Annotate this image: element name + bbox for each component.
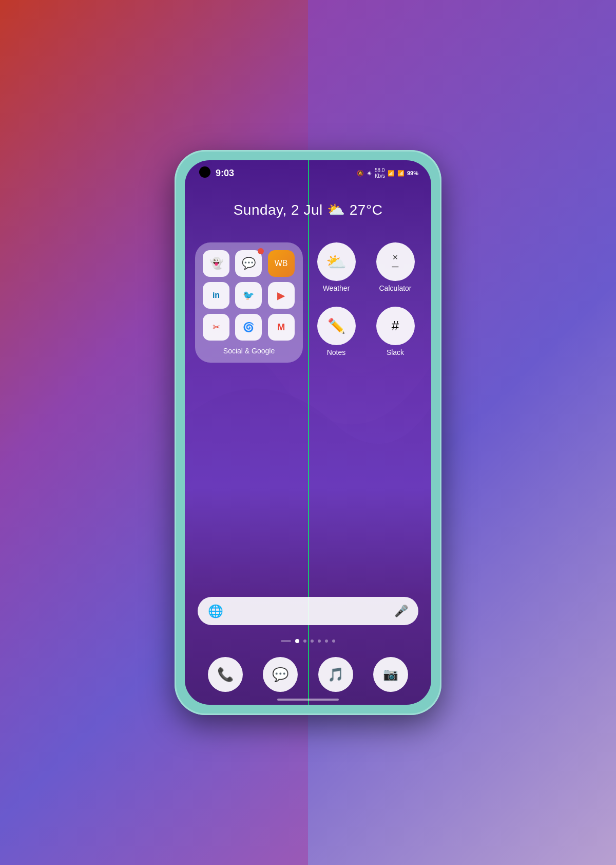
- apps-area: 👻 💬 WB in 🐦 ▶ ✂ 🌀 M Social & Google: [195, 242, 421, 363]
- date-weather-widget[interactable]: Sunday, 2 Jul ⛅ 27°C: [185, 201, 431, 218]
- notes-app-item[interactable]: ✏️ Notes: [311, 307, 362, 363]
- status-bar: 9:03 🔕 ✴ 58.0Kb/s 📶 📶 99%: [185, 160, 431, 186]
- weather-icon: ⛅: [317, 242, 356, 281]
- camera-dock-icon[interactable]: 📷: [373, 657, 408, 692]
- youtube-icon[interactable]: ▶: [268, 282, 295, 309]
- slack-app-item[interactable]: # Slack: [370, 307, 421, 363]
- data-speed: 58.0Kb/s: [375, 167, 385, 179]
- pinwheel-icon[interactable]: 🌀: [235, 314, 262, 341]
- search-bar[interactable]: 🌐 🎤: [198, 597, 418, 625]
- google-search-icon: 🌐: [208, 604, 223, 618]
- music-dock-icon[interactable]: 🎵: [318, 657, 353, 692]
- sim2-icon: 📶: [397, 170, 405, 177]
- folder-grid: 👻 💬 WB in 🐦 ▶ ✂ 🌀 M: [203, 250, 295, 341]
- social-google-folder[interactable]: 👻 💬 WB in 🐦 ▶ ✂ 🌀 M Social & Google: [195, 242, 303, 363]
- app-dock: 📞 💬 🎵 📷: [198, 657, 418, 692]
- page-dot-1: [295, 639, 299, 643]
- whatsapp-icon[interactable]: 💬: [235, 250, 262, 277]
- right-apps-grid: ⛅ Weather ×─ Calculator ✏️ Notes #: [311, 242, 421, 363]
- gmail-icon[interactable]: M: [268, 314, 295, 341]
- phone-screen: 9:03 🔕 ✴ 58.0Kb/s 📶 📶 99% Sunday, 2 Jul …: [185, 160, 431, 705]
- calculator-icon: ×─: [376, 242, 415, 281]
- notes-icon: ✏️: [317, 307, 356, 345]
- weather-label: Weather: [323, 284, 350, 292]
- page-dot-4: [318, 640, 321, 643]
- sim1-icon: 📶: [388, 170, 395, 177]
- chat-dock-icon[interactable]: 💬: [263, 657, 298, 692]
- slack-label: Slack: [387, 348, 404, 356]
- whatsapp-badge: [258, 248, 264, 254]
- folder-label: Social & Google: [203, 347, 295, 355]
- status-icons: 🔕 ✴ 58.0Kb/s 📶 📶 99%: [357, 167, 418, 179]
- page-dot-0: [281, 640, 291, 642]
- bluetooth-icon: ✴: [367, 170, 372, 177]
- camera-hole: [199, 166, 210, 178]
- status-time: 9:03: [216, 168, 234, 179]
- phone-dock-icon[interactable]: 📞: [208, 657, 243, 692]
- twitter-icon[interactable]: 🐦: [235, 282, 262, 309]
- phone: 9:03 🔕 ✴ 58.0Kb/s 📶 📶 99% Sunday, 2 Jul …: [175, 150, 441, 715]
- notification-icon: 🔕: [357, 170, 364, 177]
- whatsapp-business-icon[interactable]: WB: [268, 250, 295, 277]
- slack-icon: #: [376, 307, 415, 345]
- date-weather-text: Sunday, 2 Jul ⛅ 27°C: [234, 202, 383, 218]
- weather-app-item[interactable]: ⛅ Weather: [311, 242, 362, 299]
- battery-indicator: 99%: [407, 170, 418, 176]
- page-dot-5: [325, 640, 328, 643]
- studio-icon[interactable]: ✂: [203, 314, 229, 341]
- home-indicator[interactable]: [277, 699, 339, 701]
- page-dot-3: [311, 640, 314, 643]
- page-dots: [185, 639, 431, 643]
- linkedin-icon[interactable]: in: [203, 282, 229, 309]
- page-dot-2: [303, 640, 306, 643]
- calculator-app-item[interactable]: ×─ Calculator: [370, 242, 421, 299]
- mic-icon[interactable]: 🎤: [394, 605, 408, 618]
- calculator-label: Calculator: [379, 284, 411, 292]
- snapchat-icon[interactable]: 👻: [203, 250, 229, 277]
- notes-label: Notes: [327, 348, 346, 356]
- page-dot-6: [332, 640, 335, 643]
